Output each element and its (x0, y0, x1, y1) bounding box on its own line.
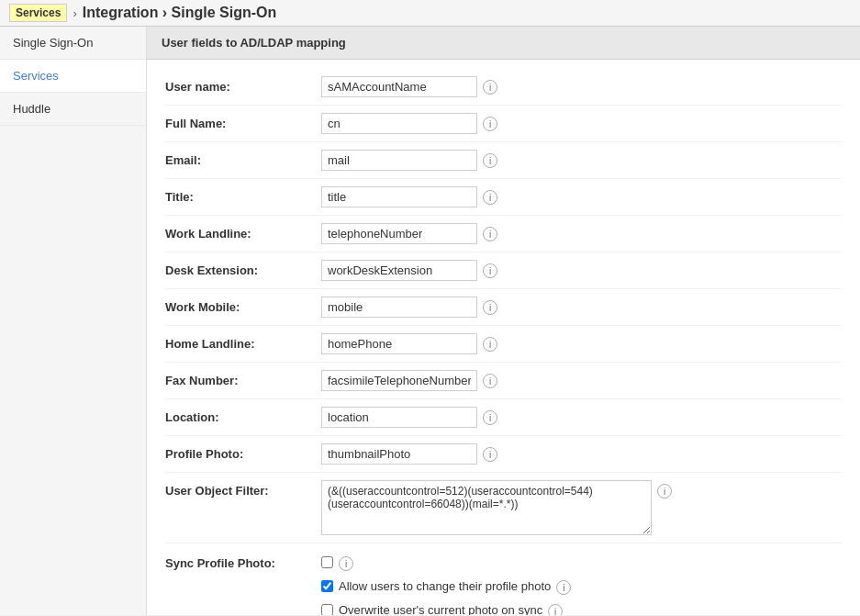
label-profile-photo: Profile Photo: (165, 443, 321, 461)
info-icon-user-object-filter[interactable]: i (657, 484, 672, 498)
input-fullname[interactable] (321, 113, 477, 134)
value-username: i (321, 76, 842, 97)
field-username: User name: i (165, 69, 842, 106)
input-username[interactable] (321, 76, 477, 97)
form-body: User name: i Full Name: i Email: i (147, 60, 860, 615)
input-work-mobile[interactable] (321, 297, 477, 318)
overwrite-photo-row: Overwrite user's current photo on sync i (321, 600, 571, 615)
field-fax-number: Fax Number: i (165, 363, 842, 399)
info-icon-fax-number[interactable]: i (483, 374, 497, 388)
info-icon-allow-change[interactable]: i (556, 580, 571, 595)
label-work-mobile: Work Mobile: (165, 297, 321, 314)
sync-options: i Allow users to change their profile ph… (321, 553, 571, 615)
info-icon-overwrite[interactable]: i (548, 604, 563, 615)
input-title[interactable] (321, 186, 477, 207)
allow-change-photo-row: Allow users to change their profile phot… (321, 577, 571, 595)
field-fullname: Full Name: i (165, 106, 842, 142)
info-icon-work-mobile[interactable]: i (483, 300, 497, 315)
value-fax-number: i (321, 370, 842, 391)
sidebar: Single Sign-On Services Huddle (0, 27, 147, 615)
page-title: Integration › Single Sign-On (83, 5, 277, 21)
allow-change-photo-label: Allow users to change their profile phot… (339, 579, 551, 593)
value-fullname: i (321, 113, 842, 134)
value-title: i (321, 186, 842, 207)
sync-checkbox-row: i (321, 553, 571, 571)
info-icon-username[interactable]: i (483, 80, 497, 95)
input-profile-photo[interactable] (321, 443, 477, 465)
services-badge[interactable]: Services (9, 4, 67, 22)
info-icon-home-landline[interactable]: i (483, 337, 497, 352)
info-icon-profile-photo[interactable]: i (483, 447, 497, 462)
input-fax-number[interactable] (321, 370, 477, 391)
overwrite-photo-checkbox[interactable] (321, 604, 333, 616)
label-desk-extension: Desk Extension: (165, 260, 321, 277)
main-content: User fields to AD/LDAP mapping User name… (147, 27, 860, 615)
label-home-landline: Home Landline: (165, 333, 321, 351)
label-work-landline: Work Landline: (165, 223, 321, 241)
label-user-object-filter: User Object Filter: (165, 480, 321, 498)
info-icon-sync[interactable]: i (339, 556, 353, 571)
field-user-object-filter: User Object Filter: (&((useraccountcontr… (165, 473, 842, 543)
field-work-landline: Work Landline: i (165, 216, 842, 252)
value-work-landline: i (321, 223, 842, 244)
value-work-mobile: i (321, 297, 842, 318)
value-email: i (321, 150, 842, 171)
input-user-object-filter[interactable]: (&((useraccountcontrol=512)(useraccountc… (321, 480, 652, 535)
field-work-mobile: Work Mobile: i (165, 289, 842, 326)
info-icon-fullname[interactable]: i (483, 117, 497, 131)
sidebar-item-huddle[interactable]: Huddle (0, 93, 146, 126)
info-icon-work-landline[interactable]: i (483, 227, 497, 241)
allow-change-photo-checkbox[interactable] (321, 580, 333, 592)
breadcrumb-separator: › (73, 6, 76, 20)
overwrite-photo-label: Overwrite user's current photo on sync (339, 603, 542, 616)
label-fullname: Full Name: (165, 113, 321, 130)
sidebar-item-single-sign-on[interactable]: Single Sign-On (0, 27, 146, 60)
field-home-landline: Home Landline: i (165, 326, 842, 363)
info-icon-desk-extension[interactable]: i (483, 263, 497, 278)
field-location: Location: i (165, 399, 842, 436)
label-location: Location: (165, 407, 321, 424)
field-desk-extension: Desk Extension: i (165, 252, 842, 289)
section-header: User fields to AD/LDAP mapping (147, 27, 860, 60)
label-sync-profile-photo: Sync Profile Photo: (165, 553, 321, 570)
input-home-landline[interactable] (321, 333, 477, 354)
input-desk-extension[interactable] (321, 260, 477, 281)
input-email[interactable] (321, 150, 477, 171)
field-sync-profile-photo: Sync Profile Photo: i Allow users to cha… (165, 543, 842, 615)
sidebar-item-services[interactable]: Services (0, 60, 146, 93)
label-email: Email: (165, 150, 321, 167)
sync-profile-photo-checkbox[interactable] (321, 556, 333, 568)
value-home-landline: i (321, 333, 842, 354)
value-location: i (321, 407, 842, 428)
info-icon-location[interactable]: i (483, 410, 497, 425)
field-title: Title: i (165, 179, 842, 216)
value-desk-extension: i (321, 260, 842, 281)
main-layout: Single Sign-On Services Huddle User fiel… (0, 27, 860, 615)
top-bar: Services › Integration › Single Sign-On (0, 0, 860, 27)
label-fax-number: Fax Number: (165, 370, 321, 387)
input-work-landline[interactable] (321, 223, 477, 244)
label-title: Title: (165, 186, 321, 204)
value-user-object-filter: (&((useraccountcontrol=512)(useraccountc… (321, 480, 842, 535)
info-icon-title[interactable]: i (483, 190, 497, 205)
info-icon-email[interactable]: i (483, 153, 497, 168)
input-location[interactable] (321, 407, 477, 428)
field-email: Email: i (165, 142, 842, 179)
label-username: User name: (165, 76, 321, 94)
field-profile-photo: Profile Photo: i (165, 436, 842, 473)
value-profile-photo: i (321, 443, 842, 465)
